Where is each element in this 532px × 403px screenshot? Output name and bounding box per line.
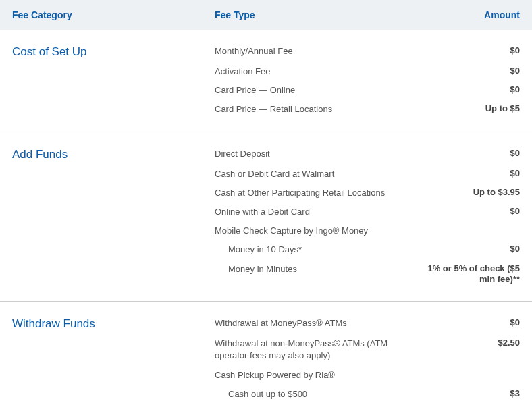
fee-type-label: Card Price — Retail Locations xyxy=(215,103,412,115)
fee-sections: Cost of Set UpMonthly/Annual Fee$0Activa… xyxy=(0,30,532,403)
fee-category-label: Add Funds xyxy=(12,148,215,161)
fee-type-label: Monthly/Annual Fee xyxy=(215,45,412,57)
header-fee-type: Fee Type xyxy=(215,9,412,20)
fee-amount: $0 xyxy=(412,244,520,255)
header-fee-category: Fee Category xyxy=(12,9,215,20)
fee-amount: Up to $3.95 xyxy=(412,187,520,198)
fee-type-label: Cash out up to $500 xyxy=(215,388,412,400)
fee-type-label: Mobile Check Capture by Ingo® Money xyxy=(215,225,412,237)
fee-section: Cost of Set UpMonthly/Annual Fee$0Activa… xyxy=(0,30,532,132)
fee-category-label: Cost of Set Up xyxy=(12,45,215,59)
fee-row: Mobile Check Capture by Ingo® Money xyxy=(12,221,520,240)
fee-type-label: Activation Fee xyxy=(215,65,412,78)
fee-section: Add FundsDirect Deposit$0Cash or Debit C… xyxy=(0,132,532,302)
fee-row: Withdrawal at non-MoneyPass® ATMs (ATM o… xyxy=(12,334,520,365)
fee-amount: Up to $5 xyxy=(412,103,520,115)
fee-row: Money in Minutes1% or 5% of check ($5 mi… xyxy=(12,260,520,290)
fee-row: Card Price — Retail LocationsUp to $5 xyxy=(12,100,520,119)
fee-type-label: Cash at Other Participating Retail Locat… xyxy=(215,187,412,199)
fee-type-label: Withdrawal at non-MoneyPass® ATMs (ATM o… xyxy=(215,338,412,362)
fee-row: Withdraw FundsWithdrawal at MoneyPass® A… xyxy=(12,314,520,334)
fee-amount: $0 xyxy=(412,65,520,77)
fee-type-label: Online with a Debit Card xyxy=(215,206,412,218)
fee-amount: $0 xyxy=(412,317,520,329)
fee-type-label: Direct Deposit xyxy=(215,148,412,160)
fee-row: Card Price — Online$0 xyxy=(12,81,520,100)
fee-row: Online with a Debit Card$0 xyxy=(12,203,520,221)
fee-amount: $0 xyxy=(412,148,520,159)
fee-type-label: Money in Minutes xyxy=(215,263,412,275)
fee-category-label: Withdraw Funds xyxy=(12,317,215,331)
fee-row: Money in 10 Days*$0 xyxy=(12,240,520,259)
fee-amount: $0 xyxy=(412,206,520,217)
fee-row: Cost of Set UpMonthly/Annual Fee$0 xyxy=(12,42,520,62)
fee-amount: $0 xyxy=(412,84,520,96)
fee-row: Cash at Other Participating Retail Locat… xyxy=(12,184,520,203)
fee-amount: $3 xyxy=(412,388,520,400)
fee-type-label: Money in 10 Days* xyxy=(215,244,412,256)
fee-row: Cash or Debit Card at Walmart$0 xyxy=(12,165,520,184)
fee-section: Withdraw FundsWithdrawal at MoneyPass® A… xyxy=(0,302,532,403)
fee-amount: $0 xyxy=(412,45,520,57)
fee-type-label: Card Price — Online xyxy=(215,84,412,97)
fee-amount: $0 xyxy=(412,168,520,180)
fee-row: Cash Pickup Powered by Ria® xyxy=(12,366,520,385)
header-amount: Amount xyxy=(412,9,520,20)
fee-type-label: Withdrawal at MoneyPass® ATMs xyxy=(215,317,412,329)
fee-row: Activation Fee$0 xyxy=(12,62,520,81)
fee-row: Cash out up to $500$3 xyxy=(12,385,520,403)
fee-amount: 1% or 5% of check ($5 min fee)** xyxy=(412,263,520,286)
fee-type-label: Cash or Debit Card at Walmart xyxy=(215,168,412,180)
fee-amount: $2.50 xyxy=(412,338,520,349)
fee-row: Add FundsDirect Deposit$0 xyxy=(12,144,520,165)
fee-type-label: Cash Pickup Powered by Ria® xyxy=(215,369,412,381)
table-header-row: Fee Category Fee Type Amount xyxy=(0,0,532,30)
